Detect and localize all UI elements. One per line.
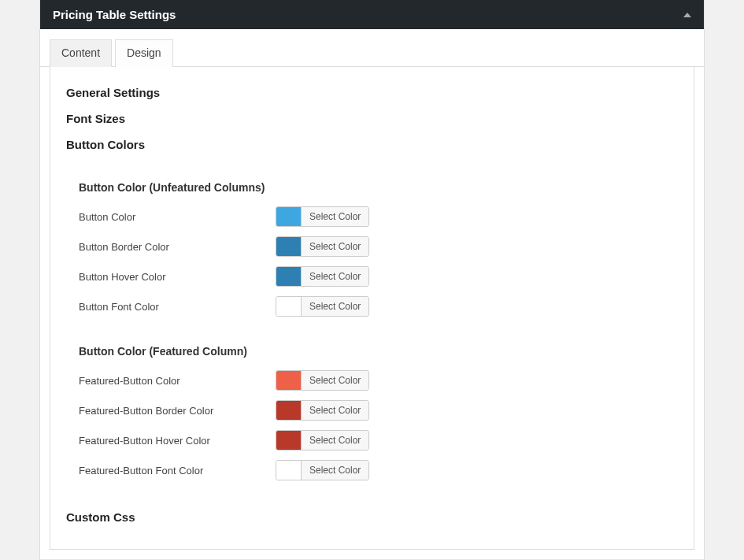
section-general-settings[interactable]: General Settings bbox=[66, 80, 678, 106]
select-color-label: Select Color bbox=[302, 267, 368, 286]
label-featured-button-font-color: Featured-Button Font Color bbox=[79, 465, 276, 477]
row-button-border-color: Button Border Color Select Color bbox=[79, 232, 678, 261]
row-button-hover-color: Button Hover Color Select Color bbox=[79, 261, 678, 291]
label-button-hover-color: Button Hover Color bbox=[79, 271, 276, 283]
label-button-font-color: Button Font Color bbox=[79, 301, 276, 313]
picker-featured-button-font-color[interactable]: Select Color bbox=[276, 460, 369, 480]
swatch-featured-button-color bbox=[276, 371, 302, 390]
tab-content[interactable]: Content bbox=[50, 39, 112, 67]
swatch-featured-button-font-color bbox=[276, 461, 302, 480]
select-color-label: Select Color bbox=[302, 401, 368, 420]
tab-design[interactable]: Design bbox=[115, 39, 173, 67]
label-featured-button-color: Featured-Button Color bbox=[79, 375, 276, 387]
featured-heading: Button Color (Featured Column) bbox=[79, 345, 678, 358]
label-button-border-color: Button Border Color bbox=[79, 241, 276, 253]
swatch-button-border-color bbox=[276, 237, 302, 256]
collapse-icon[interactable] bbox=[683, 13, 691, 17]
select-color-label: Select Color bbox=[302, 207, 368, 226]
select-color-label: Select Color bbox=[302, 237, 368, 256]
settings-panel: Pricing Table Settings Content Design Ge… bbox=[39, 0, 705, 560]
picker-featured-button-color[interactable]: Select Color bbox=[276, 370, 369, 391]
select-color-label: Select Color bbox=[302, 461, 368, 480]
row-featured-button-font-color: Featured-Button Font Color Select Color bbox=[79, 455, 678, 485]
panel-header: Pricing Table Settings bbox=[40, 0, 704, 29]
unfeatured-section: Button Color (Unfeatured Columns) Button… bbox=[79, 181, 678, 321]
picker-featured-button-hover-color[interactable]: Select Color bbox=[276, 430, 369, 451]
row-featured-button-hover-color: Featured-Button Hover Color Select Color bbox=[79, 425, 678, 455]
section-button-colors[interactable]: Button Colors bbox=[66, 132, 678, 158]
swatch-button-font-color bbox=[276, 297, 302, 316]
swatch-button-hover-color bbox=[276, 267, 302, 286]
swatch-featured-button-border-color bbox=[276, 401, 302, 420]
picker-button-hover-color[interactable]: Select Color bbox=[276, 266, 369, 287]
row-featured-button-color: Featured-Button Color Select Color bbox=[79, 365, 678, 395]
label-featured-button-border-color: Featured-Button Border Color bbox=[79, 405, 276, 417]
featured-section: Button Color (Featured Column) Featured-… bbox=[79, 345, 678, 485]
select-color-label: Select Color bbox=[302, 371, 368, 390]
unfeatured-heading: Button Color (Unfeatured Columns) bbox=[79, 181, 678, 194]
row-button-font-color: Button Font Color Select Color bbox=[79, 291, 678, 321]
row-button-color: Button Color Select Color bbox=[79, 202, 678, 232]
row-featured-button-border-color: Featured-Button Border Color Select Colo… bbox=[79, 395, 678, 425]
select-color-label: Select Color bbox=[302, 431, 368, 450]
swatch-button-color bbox=[276, 207, 302, 226]
picker-button-color[interactable]: Select Color bbox=[276, 206, 369, 227]
label-button-color: Button Color bbox=[79, 211, 276, 223]
picker-button-font-color[interactable]: Select Color bbox=[276, 296, 369, 317]
tabs-row: Content Design bbox=[40, 29, 704, 67]
section-font-sizes[interactable]: Font Sizes bbox=[66, 106, 678, 132]
swatch-featured-button-hover-color bbox=[276, 431, 302, 450]
picker-button-border-color[interactable]: Select Color bbox=[276, 236, 369, 257]
picker-featured-button-border-color[interactable]: Select Color bbox=[276, 400, 369, 421]
label-featured-button-hover-color: Featured-Button Hover Color bbox=[79, 435, 276, 447]
select-color-label: Select Color bbox=[302, 297, 368, 316]
panel-title: Pricing Table Settings bbox=[53, 8, 176, 21]
content-box: General Settings Font Sizes Button Color… bbox=[50, 67, 694, 550]
section-custom-css[interactable]: Custom Css bbox=[66, 504, 678, 530]
